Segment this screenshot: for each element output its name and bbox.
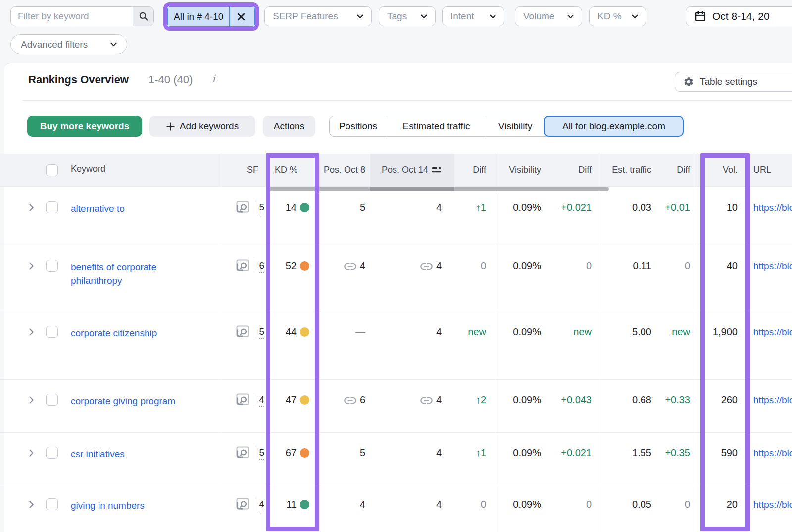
chevron-down-icon bbox=[421, 14, 427, 19]
scrollbar-thumb[interactable] bbox=[370, 187, 454, 191]
est-traffic-diff: 0 bbox=[658, 245, 694, 311]
serp-features-icon[interactable] bbox=[236, 393, 249, 406]
actions-button[interactable]: Actions bbox=[263, 116, 315, 137]
serp-features-icon[interactable] bbox=[236, 201, 249, 213]
keyword-link[interactable]: giving in numbers bbox=[71, 499, 145, 512]
serp-features-icon[interactable] bbox=[236, 498, 249, 510]
table-settings-button[interactable]: Table settings bbox=[675, 72, 792, 92]
tab-all-for-domain[interactable]: All for blog.example.com bbox=[544, 116, 684, 137]
column-header-pos-old[interactable]: Pos. Oct 8 bbox=[320, 165, 370, 175]
est-traffic-diff: +0.01 bbox=[658, 187, 694, 245]
serp-features-icon[interactable] bbox=[236, 446, 249, 459]
chevron-down-icon bbox=[490, 14, 496, 19]
keyword-filter-input[interactable] bbox=[11, 11, 133, 22]
close-icon bbox=[237, 13, 245, 21]
date-range-picker[interactable]: Oct 8-14, 20 bbox=[686, 6, 792, 26]
table-row: corporate citizenship 5 44 — 4 new 0.09%… bbox=[0, 311, 792, 380]
expand-chevron-icon[interactable] bbox=[29, 203, 34, 212]
chevron-down-icon bbox=[567, 14, 574, 19]
position-old-cell: 6 bbox=[320, 380, 370, 432]
intent-dropdown[interactable]: Intent bbox=[442, 6, 504, 26]
add-keywords-label: Add keywords bbox=[180, 121, 239, 132]
row-checkbox[interactable] bbox=[46, 326, 58, 338]
serp-features-dropdown[interactable]: SERP Features bbox=[264, 6, 372, 26]
expand-chevron-icon[interactable] bbox=[29, 500, 34, 509]
visibility-value: 0.09% bbox=[495, 187, 548, 245]
keyword-link[interactable]: corporate citizenship bbox=[71, 326, 157, 339]
search-icon bbox=[139, 11, 148, 21]
chevron-down-icon bbox=[110, 42, 117, 47]
filter-bar: All in # 4-10 SERP Features Tags Intent … bbox=[0, 0, 792, 63]
column-header-est-traffic[interactable]: Est. traffic bbox=[599, 165, 658, 175]
serp-features-count[interactable]: 4 bbox=[259, 394, 264, 407]
table-row: csr initiatives 5 67 5 4 ↑1 0.09% +0.021… bbox=[0, 433, 792, 484]
keyword-link[interactable]: corporate giving program bbox=[71, 394, 175, 408]
position-old-cell: — bbox=[320, 311, 370, 379]
column-header-volume[interactable]: Vol. bbox=[694, 165, 747, 175]
visibility-value: 0.09% bbox=[495, 311, 548, 379]
position-new-cell: 4 bbox=[370, 484, 454, 532]
est-traffic-value: 0.68 bbox=[599, 380, 658, 432]
position-diff: 0 bbox=[454, 245, 495, 311]
serp-features-count[interactable]: 5 bbox=[259, 326, 264, 339]
advanced-filters-dropdown[interactable]: Advanced filters bbox=[10, 34, 127, 54]
search-button[interactable] bbox=[133, 7, 153, 26]
position-old-cell: 5 bbox=[320, 433, 370, 484]
url-link[interactable]: https://blog.example.com bbox=[753, 261, 792, 271]
divider bbox=[254, 201, 254, 214]
url-link[interactable]: https://blog.example.com bbox=[753, 202, 792, 213]
volume-dropdown[interactable]: Volume bbox=[515, 6, 582, 26]
url-link[interactable]: https://blog.example.com bbox=[753, 448, 792, 458]
tab-estimated-traffic[interactable]: Estimated traffic bbox=[387, 116, 486, 136]
url-link[interactable]: https://blog.example.com bbox=[753, 499, 792, 510]
serp-features-count[interactable]: 5 bbox=[259, 447, 264, 460]
expand-chevron-icon[interactable] bbox=[29, 262, 34, 270]
serp-features-icon[interactable] bbox=[236, 259, 249, 272]
column-divider bbox=[221, 153, 221, 532]
keyword-link[interactable]: benefits of corporate philanthropy bbox=[71, 260, 205, 287]
horizontal-scrollbar[interactable] bbox=[267, 187, 609, 191]
column-header-visibility[interactable]: Visibility bbox=[495, 165, 548, 175]
expand-chevron-icon[interactable] bbox=[29, 396, 34, 404]
buy-more-keywords-button[interactable]: Buy more keywords bbox=[27, 116, 142, 137]
remove-filter-button[interactable] bbox=[230, 7, 252, 26]
column-header-pos-new[interactable]: Pos. Oct 14 bbox=[370, 154, 454, 186]
expand-chevron-icon[interactable] bbox=[29, 328, 34, 336]
serp-features-count[interactable]: 5 bbox=[259, 202, 264, 214]
tab-visibility[interactable]: Visibility bbox=[486, 116, 544, 136]
row-checkbox[interactable] bbox=[46, 260, 58, 272]
position-new-cell: 4 bbox=[370, 245, 454, 311]
serp-features-icon[interactable] bbox=[236, 325, 249, 338]
position-new-cell: 4 bbox=[370, 187, 454, 245]
position-filter-chip[interactable]: All in # 4-10 bbox=[167, 6, 255, 27]
plus-icon bbox=[166, 122, 175, 131]
info-icon[interactable]: i bbox=[212, 73, 215, 85]
expand-chevron-icon[interactable] bbox=[29, 449, 34, 457]
kd-dropdown[interactable]: KD % bbox=[589, 6, 646, 26]
volume-value: 10 bbox=[694, 187, 747, 245]
serp-features-count[interactable]: 4 bbox=[259, 499, 264, 511]
select-all-checkbox[interactable] bbox=[46, 164, 58, 176]
visibility-diff: 0 bbox=[548, 245, 599, 311]
row-checkbox[interactable] bbox=[46, 201, 58, 213]
keyword-link[interactable]: csr initiatives bbox=[71, 447, 125, 461]
chevron-down-icon bbox=[357, 14, 363, 19]
keyword-link[interactable]: alternative to bbox=[71, 202, 125, 215]
column-header-url: URL bbox=[747, 165, 792, 175]
link-icon bbox=[344, 396, 356, 405]
url-link[interactable]: https://blog.example.com bbox=[753, 395, 792, 405]
column-header-sf: SF bbox=[221, 165, 266, 175]
kd-level-dot bbox=[300, 395, 309, 405]
row-checkbox[interactable] bbox=[46, 394, 58, 406]
add-keywords-button[interactable]: Add keywords bbox=[149, 116, 255, 137]
tab-positions[interactable]: Positions bbox=[330, 116, 387, 136]
row-checkbox[interactable] bbox=[46, 498, 58, 510]
serp-features-count[interactable]: 6 bbox=[259, 260, 264, 273]
column-divider bbox=[694, 153, 694, 532]
column-header-keyword: Keyword bbox=[71, 164, 105, 174]
est-traffic-value: 0.05 bbox=[599, 484, 658, 532]
tags-dropdown[interactable]: Tags bbox=[379, 6, 436, 26]
url-link[interactable]: https://blog.example.com bbox=[753, 327, 792, 337]
row-checkbox[interactable] bbox=[46, 447, 58, 459]
column-header-diff2: Diff bbox=[548, 165, 599, 175]
